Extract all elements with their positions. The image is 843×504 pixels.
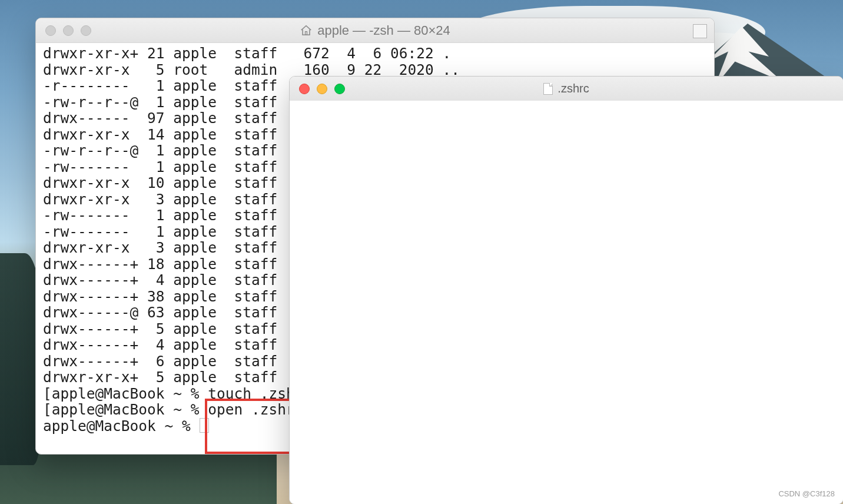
textedit-content[interactable] (290, 101, 843, 504)
traffic-lights (45, 25, 91, 36)
ls-line: -rw-r--r--@ 1 apple staff 10 (43, 94, 312, 111)
textedit-window[interactable]: .zshrc (289, 76, 843, 504)
ls-line: -r-------- 1 apple staff (43, 77, 277, 94)
ls-line: drwxr-xr-x 3 apple staff (43, 191, 277, 208)
terminal-title-text: apple — -zsh — 80×24 (317, 23, 450, 38)
watermark-text: CSDN @C3f128 (778, 489, 835, 498)
desktop-wallpaper: apple — -zsh — 80×24 drwxr-xr-x+ 21 appl… (0, 0, 843, 504)
ls-line: drwxr-xr-x 3 apple staff (43, 239, 277, 256)
ls-line: -rw------- 1 apple staff (43, 158, 277, 175)
ls-line: drwx------+ 38 apple staff 1 (43, 288, 312, 305)
zoom-button[interactable] (81, 25, 91, 36)
close-button[interactable] (45, 25, 56, 36)
terminal-title: apple — -zsh — 80×24 (36, 23, 714, 38)
prompt-prefix: [apple@MacBook ~ % (43, 385, 208, 402)
prompt-prefix: [apple@MacBook ~ % (43, 401, 208, 418)
ls-line: drwx------+ 18 apple staff (43, 256, 277, 273)
svg-rect-0 (306, 31, 307, 35)
ls-line: drwx------+ 4 apple staff (43, 336, 277, 353)
ls-line: drwx------+ 5 apple staff (43, 320, 277, 337)
minimize-button[interactable] (317, 84, 327, 94)
textedit-title-text: .zshrc (557, 82, 589, 95)
ls-line: -rw-r--r--@ 1 apple staff (43, 142, 277, 159)
ls-line: drwxr-xr-x 14 apple staff (43, 126, 277, 143)
ls-line: drwx------ 97 apple staff 3 (43, 110, 312, 127)
textedit-titlebar[interactable]: .zshrc (290, 77, 843, 101)
document-icon (543, 83, 553, 95)
ls-line: drwxr-xr-x 10 apple staff (43, 174, 277, 191)
textedit-title: .zshrc (290, 82, 843, 95)
prompt-prefix: apple@MacBook ~ % (43, 417, 200, 435)
minimize-button[interactable] (63, 25, 74, 36)
close-button[interactable] (299, 84, 310, 94)
ls-line: drwx------+ 4 apple staff (43, 271, 277, 289)
ls-line: -rw------- 1 apple staff (43, 207, 277, 224)
ls-line: -rw------- 1 apple staff (43, 223, 277, 240)
ls-line: drwx------+ 6 apple staff (43, 353, 277, 370)
terminal-titlebar[interactable]: apple — -zsh — 80×24 (36, 18, 714, 43)
terminal-cursor (200, 418, 209, 433)
home-folder-icon (300, 24, 313, 37)
ls-line: drwxr-xr-x+ 21 apple staff 672 4 6 06:22… (43, 45, 451, 62)
ls-line: drwxr-xr-x+ 5 apple staff (43, 369, 277, 386)
scrollbar-corner[interactable] (693, 24, 707, 38)
ls-line: drwx------@ 63 apple staff 2 (43, 304, 312, 321)
zoom-button[interactable] (334, 84, 345, 94)
traffic-lights (299, 84, 345, 94)
